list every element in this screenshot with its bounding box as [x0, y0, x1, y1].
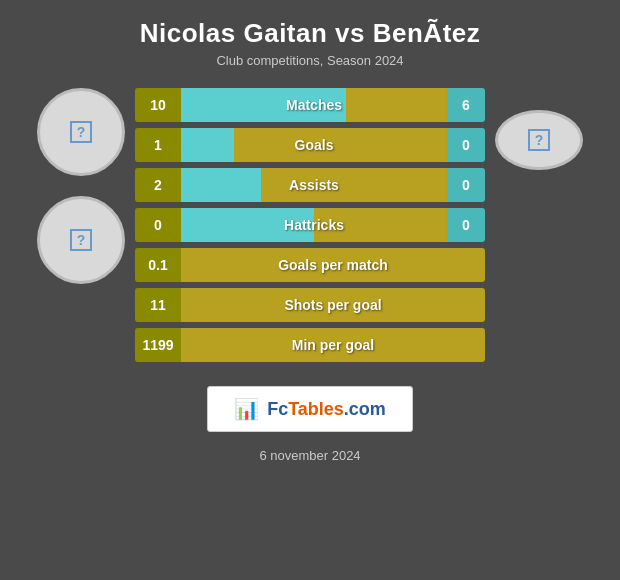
avatar-left-bottom-icon: ? [70, 229, 92, 251]
stat-label-goals: Goals [295, 137, 334, 153]
stat-row-goals-per-match: 0.1Goals per match [135, 248, 485, 282]
stat-bar-assists: Assists [181, 168, 447, 202]
stat-label-assists: Assists [289, 177, 339, 193]
stats-container: 10Matches61Goals02Assists00Hattricks00.1… [135, 88, 485, 362]
stat-row-matches: 10Matches6 [135, 88, 485, 122]
stat-left-assists: 2 [135, 168, 181, 202]
avatar-right-container: ? [495, 88, 583, 170]
stat-row-assists: 2Assists0 [135, 168, 485, 202]
stat-label-shots-per-goal: Shots per goal [284, 297, 381, 313]
avatar-right-icon: ? [528, 129, 550, 151]
watermark: 📊 FcTables.com [207, 386, 413, 432]
stat-left-shots-per-goal: 11 [135, 288, 181, 322]
stat-bar-goals: Goals [181, 128, 447, 162]
stat-right-assists: 0 [447, 168, 485, 202]
stat-left-goals: 1 [135, 128, 181, 162]
stat-left-goals-per-match: 0.1 [135, 248, 181, 282]
avatar-left-top: ? [37, 88, 125, 176]
stat-left-hattricks: 0 [135, 208, 181, 242]
stat-row-min-per-goal: 1199Min per goal [135, 328, 485, 362]
stat-label-min-per-goal: Min per goal [292, 337, 374, 353]
stat-bar-shots-per-goal: Shots per goal [181, 288, 485, 322]
stat-label-goals-per-match: Goals per match [278, 257, 388, 273]
watermark-icon: 📊 [234, 397, 259, 421]
stat-left-min-per-goal: 1199 [135, 328, 181, 362]
stat-left-matches: 10 [135, 88, 181, 122]
subtitle: Club competitions, Season 2024 [10, 53, 610, 68]
stat-bar-hattricks: Hattricks [181, 208, 447, 242]
avatars-left: ? ? [37, 88, 125, 284]
avatar-left-bottom: ? [37, 196, 125, 284]
content-area: ? ? 10Matches61Goals02Assists00Hattricks… [0, 88, 620, 362]
stat-row-goals: 1Goals0 [135, 128, 485, 162]
stat-right-goals: 0 [447, 128, 485, 162]
stat-row-hattricks: 0Hattricks0 [135, 208, 485, 242]
footer-date: 6 november 2024 [259, 448, 360, 463]
stat-bar-matches: Matches [181, 88, 447, 122]
stat-label-hattricks: Hattricks [284, 217, 344, 233]
watermark-brand: FcTables.com [267, 399, 386, 420]
stat-row-shots-per-goal: 11Shots per goal [135, 288, 485, 322]
header: Nicolas Gaitan vs BenÃtez Club competiti… [0, 0, 620, 74]
stat-right-matches: 6 [447, 88, 485, 122]
stat-bar-min-per-goal: Min per goal [181, 328, 485, 362]
page-title: Nicolas Gaitan vs BenÃtez [10, 18, 610, 49]
stat-label-matches: Matches [286, 97, 342, 113]
stat-bar-goals-per-match: Goals per match [181, 248, 485, 282]
avatar-left-top-icon: ? [70, 121, 92, 143]
avatar-right: ? [495, 110, 583, 170]
stat-right-hattricks: 0 [447, 208, 485, 242]
